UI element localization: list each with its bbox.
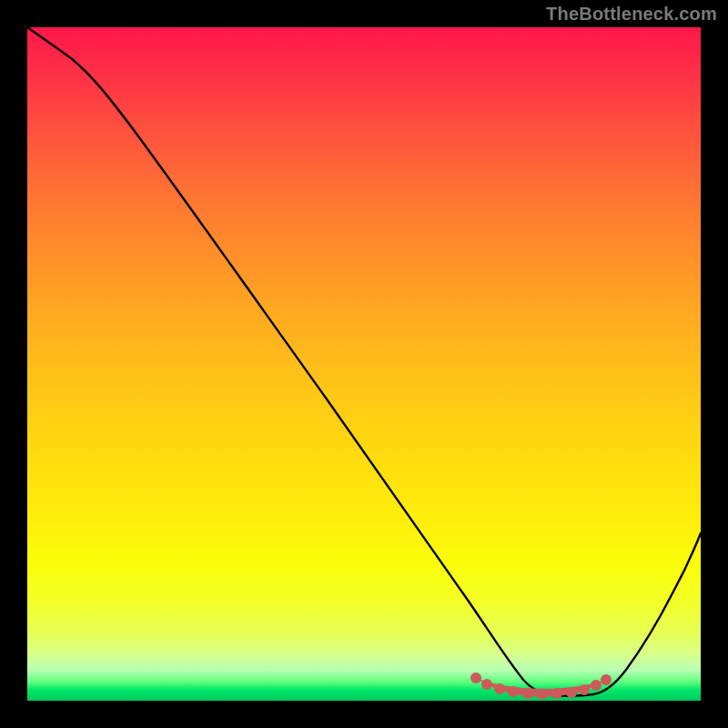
plot-area <box>27 27 701 701</box>
watermark-text: TheBottleneck.com <box>546 4 717 25</box>
bottleneck-curve <box>27 27 701 696</box>
chart-container: TheBottleneck.com <box>0 0 728 728</box>
chart-overlay <box>27 27 701 701</box>
